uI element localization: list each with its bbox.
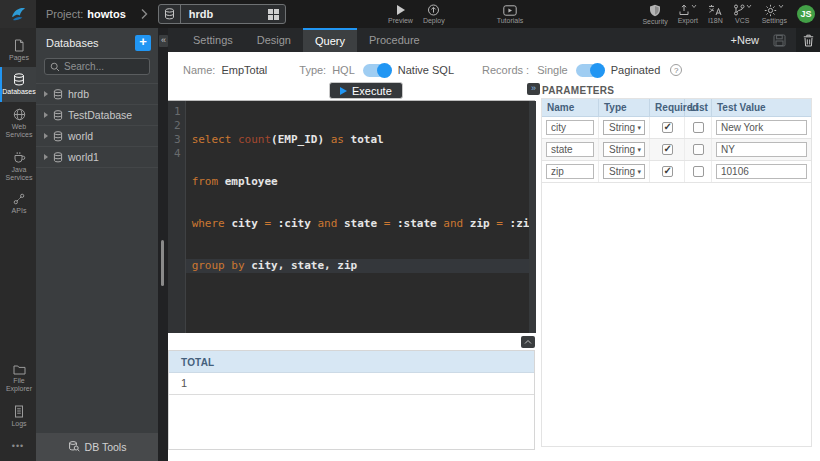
db-tools-button[interactable]: DB Tools (36, 433, 158, 461)
user-avatar[interactable]: JS (797, 5, 815, 23)
add-database-button[interactable]: + (135, 35, 151, 51)
tree-item-testdatabase[interactable]: TestDatabase (36, 105, 158, 126)
app-window: Project:howtos hrdb Preview Deploy (0, 0, 820, 461)
project-name: howtos (87, 8, 126, 20)
collapse-panel-button[interactable]: « (159, 35, 168, 47)
tab-bar: Settings Design Query Procedure +New (168, 28, 820, 52)
help-icon[interactable]: ? (670, 64, 682, 76)
param-name-input[interactable] (546, 120, 594, 135)
sidebar-item-apis[interactable]: APIs (0, 187, 36, 220)
col-header-required: Required (650, 99, 685, 117)
records-label: Records : (482, 64, 529, 76)
database-tree: hrdb TestDatabase world world1 (36, 83, 158, 433)
delete-button[interactable] (796, 28, 820, 52)
tree-item-world[interactable]: world (36, 126, 158, 147)
tab-query[interactable]: Query (303, 28, 357, 52)
wavemaker-logo[interactable] (0, 0, 36, 28)
save-button[interactable] (773, 34, 786, 47)
new-query-button[interactable]: +New (731, 34, 759, 46)
rail-label: Pages (9, 54, 29, 62)
collapse-editor-button[interactable] (521, 336, 535, 348)
security-button[interactable]: Security (637, 0, 672, 28)
splitter-handle-icon[interactable] (161, 240, 164, 286)
sidebar-item-logs[interactable]: Logs (0, 399, 36, 433)
required-checkbox[interactable] (662, 144, 673, 155)
sql-editor[interactable]: 1 2 3 4 select count(EMP_ID) as total fr… (168, 100, 535, 333)
preview-button[interactable]: Preview (383, 0, 418, 28)
param-test-value-input[interactable] (716, 120, 807, 135)
type-toggle[interactable] (363, 64, 390, 77)
sidebar-item-web-services[interactable]: Web Services (0, 102, 36, 145)
database-selector-value: hrdb (181, 8, 263, 20)
cloud-upload-icon (427, 4, 440, 16)
toggle-knob-icon (377, 63, 392, 78)
caret-right-icon[interactable] (44, 91, 48, 97)
parameter-row: String▾ (542, 117, 811, 139)
param-type-select[interactable]: String▾ (603, 120, 645, 135)
sidebar-item-databases[interactable]: Databases (0, 67, 36, 101)
type-off-label: HQL (332, 64, 355, 76)
search-input[interactable] (64, 61, 144, 72)
list-checkbox[interactable] (693, 166, 704, 177)
param-name-input[interactable] (546, 142, 594, 157)
vcs-button[interactable]: VCS (728, 0, 757, 28)
type-on-label: Native SQL (398, 64, 454, 76)
search-icon (50, 62, 60, 72)
records-toggle[interactable] (576, 64, 603, 77)
database-selector[interactable]: hrdb (158, 4, 286, 24)
execute-button[interactable]: Execute (329, 82, 403, 99)
export-button[interactable]: Export (673, 0, 703, 28)
tree-item-hrdb[interactable]: hrdb (36, 84, 158, 105)
sidebar-item-file-explorer[interactable]: File Explorer (0, 358, 36, 399)
caret-right-icon[interactable] (44, 112, 48, 118)
required-checkbox[interactable] (662, 122, 673, 133)
param-test-value-input[interactable] (716, 142, 807, 157)
tree-item-world1[interactable]: world1 (36, 147, 158, 168)
required-checkbox[interactable] (662, 166, 673, 177)
caret-right-icon[interactable] (44, 154, 48, 160)
chevron-up-icon (524, 339, 532, 345)
caret-right-icon[interactable] (44, 133, 48, 139)
param-test-value-input[interactable] (716, 164, 807, 179)
param-type-select[interactable]: String▾ (603, 164, 645, 179)
vcs-label: VCS (735, 17, 749, 24)
type-label: Type: (299, 64, 326, 76)
page-icon (13, 39, 25, 52)
project-breadcrumb: Project:howtos (46, 8, 126, 20)
expand-parameters-button[interactable]: » (527, 83, 540, 95)
database-icon (53, 89, 63, 100)
i18n-button[interactable]: I18N (703, 0, 728, 28)
settings-button[interactable]: Settings (757, 0, 792, 28)
folder-icon (13, 364, 26, 375)
editor-scrollbar[interactable] (529, 101, 536, 333)
security-label: Security (642, 18, 667, 25)
col-header-test-value: Test Value (711, 99, 811, 117)
rail-label: Logs (11, 420, 26, 428)
more-options-icon[interactable]: ••• (0, 433, 36, 461)
tab-procedure[interactable]: Procedure (357, 28, 432, 52)
database-grid-icon[interactable] (263, 5, 285, 23)
param-type-select[interactable]: String▾ (603, 142, 645, 157)
list-checkbox[interactable] (693, 144, 704, 155)
records-on-label: Paginated (611, 64, 661, 76)
query-name-value[interactable]: EmpTotal (221, 64, 267, 76)
database-search[interactable] (44, 58, 150, 75)
deploy-button[interactable]: Deploy (418, 0, 450, 28)
tutorials-label: Tutorials (497, 17, 524, 24)
translate-icon (708, 4, 722, 16)
list-checkbox[interactable] (693, 122, 704, 133)
name-label: Name: (183, 64, 215, 76)
sidebar-item-java-services[interactable]: Java Services (0, 145, 36, 188)
editor-code[interactable]: select count(EMP_ID) as total from emplo… (186, 101, 536, 333)
sidebar-item-pages[interactable]: Pages (0, 33, 36, 67)
rail-label: Web Services (3, 123, 35, 140)
result-column-header: TOTAL (169, 351, 534, 373)
line-number: 3 (168, 133, 181, 147)
panel-splitter[interactable]: « (158, 28, 168, 461)
left-nav-rail: Pages Databases Web Services Java Servic… (0, 28, 36, 461)
tutorials-button[interactable]: Tutorials (492, 0, 529, 28)
toggle-knob-icon (590, 63, 605, 78)
tab-design[interactable]: Design (245, 28, 303, 52)
param-name-input[interactable] (546, 164, 594, 179)
tab-settings[interactable]: Settings (181, 28, 245, 52)
